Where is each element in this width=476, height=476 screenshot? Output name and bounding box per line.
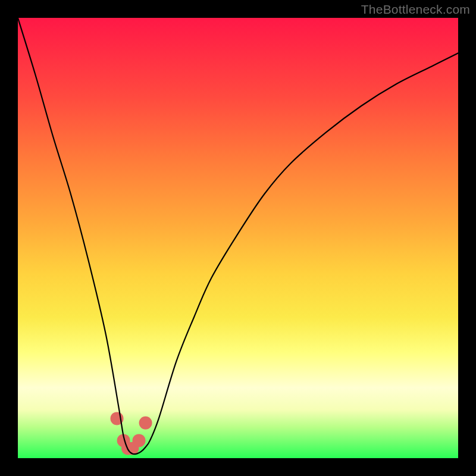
plot-area [18, 18, 458, 458]
valley-marker [139, 416, 152, 430]
chart-svg [18, 18, 458, 458]
watermark-text: TheBottleneck.com [361, 2, 470, 17]
curve-line [18, 18, 458, 454]
chart-frame: TheBottleneck.com [0, 0, 476, 476]
valley-marker [133, 434, 146, 447]
marker-group [111, 412, 152, 455]
